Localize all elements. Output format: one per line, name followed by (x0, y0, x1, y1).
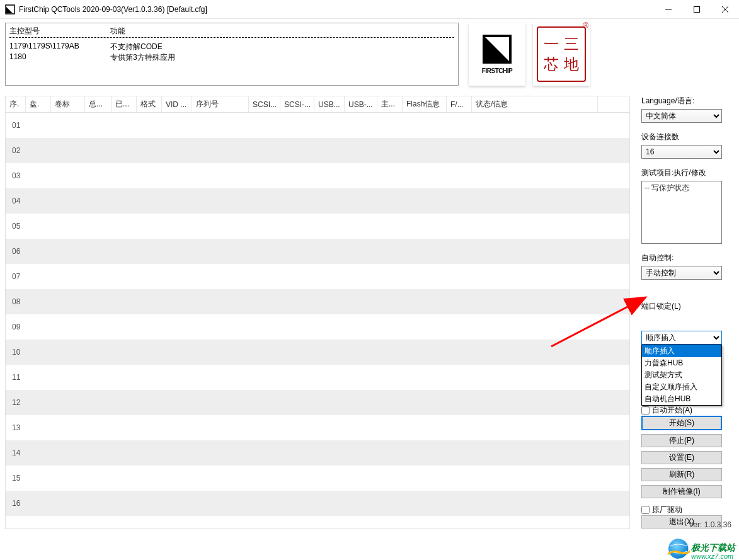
yixinsandi-logo: ® 一 三 芯 地 (533, 23, 590, 86)
row-index: 09 (6, 323, 31, 331)
refresh-button[interactable]: 刷新(R) (641, 468, 722, 481)
column-header[interactable]: 序. (6, 96, 26, 112)
factory-driver-checkbox[interactable] (641, 506, 650, 514)
row-index: 04 (6, 197, 31, 205)
table-row[interactable]: 10 (6, 340, 629, 365)
table-row[interactable]: 12 (6, 390, 629, 415)
settings-button[interactable]: 设置(E) (641, 451, 722, 464)
row-index: 01 (6, 121, 31, 130)
make-image-button[interactable]: 制作镜像(I) (641, 485, 722, 498)
row-index: 14 (6, 449, 31, 457)
row-index: 06 (6, 247, 31, 256)
firstchip-logo: FIRSTCHIP (469, 23, 525, 86)
svg-rect-3 (694, 6, 699, 12)
row-index: 03 (6, 171, 31, 180)
column-header[interactable]: 格式 (137, 96, 162, 112)
column-header[interactable]: VID ... (162, 96, 192, 112)
device-count-label: 设备连接数 (641, 132, 734, 142)
stop-button[interactable]: 停止(P) (641, 434, 722, 447)
column-header[interactable]: 盘. (26, 96, 51, 112)
table-header: 序.盘.卷标总...已...格式VID ...序列号SCSI...SCSI-..… (6, 96, 629, 113)
port-lock-option[interactable]: 顺序插入 (642, 345, 721, 357)
row-index: 08 (6, 297, 31, 306)
auto-control-select[interactable]: 手动控制 (641, 266, 722, 280)
test-items-box[interactable]: -- 写保护状态 (641, 181, 722, 244)
table-row[interactable]: 09 (6, 314, 629, 340)
info-function: 不支持解CODE (110, 42, 175, 52)
maximize-button[interactable] (682, 0, 711, 18)
app-icon (5, 4, 15, 14)
row-index: 07 (6, 272, 31, 281)
test-items-label: 测试项目:执行/修改 (641, 168, 734, 178)
table-row[interactable]: 05 (6, 214, 629, 239)
chip-info-box: 主控型号 功能 1179\1179S\1179AB不支持解CODE1180专供第… (5, 23, 459, 86)
column-header[interactable]: Flash信息 (403, 96, 447, 112)
table-row[interactable]: 08 (6, 289, 629, 314)
table-row[interactable]: 07 (6, 264, 629, 289)
column-header[interactable]: 序列号 (192, 96, 249, 112)
table-row[interactable]: 11 (6, 365, 629, 390)
port-lock-option[interactable]: 测试架方式 (642, 369, 721, 381)
device-count-select[interactable]: 16 (641, 145, 722, 159)
column-header[interactable]: SCSI... (249, 96, 280, 112)
port-lock-dropdown-list[interactable]: 顺序插入力普森HUB测试架方式自定义顺序插入自动机台HUB (641, 345, 722, 406)
info-model: 1180 (9, 52, 110, 63)
sidebar: Language/语言: 中文简体 设备连接数 16 测试项目:执行/修改 --… (630, 96, 734, 529)
language-label: Language/语言: (641, 96, 734, 106)
auto-control-label: 自动控制: (641, 253, 734, 263)
row-index: 12 (6, 398, 31, 407)
auto-start-checkbox[interactable] (641, 406, 650, 414)
auto-start-label: 自动开始(A) (652, 405, 692, 416)
column-header[interactable]: USB-... (345, 96, 377, 112)
row-index: 02 (6, 146, 31, 155)
row-index: 13 (6, 423, 31, 432)
column-header[interactable]: 卷标 (51, 96, 85, 112)
port-lock-label: 端口锁定(L) (641, 301, 734, 312)
version-label: Ver: 1.0.3.36 (689, 520, 731, 529)
table-row[interactable]: 15 (6, 466, 629, 491)
row-index: 11 (6, 373, 31, 382)
port-lock-option[interactable]: 力普森HUB (642, 357, 721, 369)
column-header[interactable]: 主... (377, 96, 403, 112)
port-lock-option[interactable]: 自动机台HUB (642, 393, 721, 405)
row-index: 10 (6, 348, 31, 357)
info-model: 1179\1179S\1179AB (9, 42, 110, 52)
table-row[interactable]: 13 (6, 415, 629, 440)
column-header[interactable]: 状态/信息 (472, 96, 598, 112)
column-header[interactable]: 已... (112, 96, 137, 112)
row-index: 16 (6, 499, 31, 508)
info-header-function: 功能 (110, 26, 125, 38)
info-function: 专供第3方特殊应用 (110, 52, 175, 63)
table-row[interactable]: 03 (6, 163, 629, 188)
factory-driver-label: 原厂驱动 (652, 505, 682, 515)
titlebar: FirstChip QCTools 2020-09-03(Ver1.0.3.36… (0, 0, 739, 19)
column-header[interactable]: 总... (85, 96, 112, 112)
column-header[interactable]: SCSI-... (280, 96, 314, 112)
close-button[interactable] (711, 0, 739, 18)
minimize-button[interactable] (654, 0, 682, 18)
divider (9, 37, 454, 38)
table-row[interactable]: 02 (6, 138, 629, 163)
table-row[interactable]: 01 (6, 113, 629, 138)
column-header[interactable]: F/... (447, 96, 472, 112)
device-table: 序.盘.卷标总...已...格式VID ...序列号SCSI...SCSI-..… (5, 96, 630, 529)
language-select[interactable]: 中文简体 (641, 109, 722, 123)
port-lock-select[interactable]: 顺序插入 (641, 331, 722, 345)
table-row[interactable]: 14 (6, 440, 629, 466)
table-row[interactable]: 06 (6, 239, 629, 264)
port-lock-option[interactable]: 自定义顺序插入 (642, 381, 721, 393)
start-button[interactable]: 开始(S) (641, 416, 722, 430)
table-row[interactable]: 16 (6, 491, 629, 516)
window-title: FirstChip QCTools 2020-09-03(Ver1.0.3.36… (19, 5, 654, 14)
row-index: 05 (6, 222, 31, 231)
column-header[interactable]: USB... (314, 96, 345, 112)
info-header-model: 主控型号 (9, 26, 110, 38)
table-row[interactable]: 04 (6, 188, 629, 214)
row-index: 15 (6, 474, 31, 483)
